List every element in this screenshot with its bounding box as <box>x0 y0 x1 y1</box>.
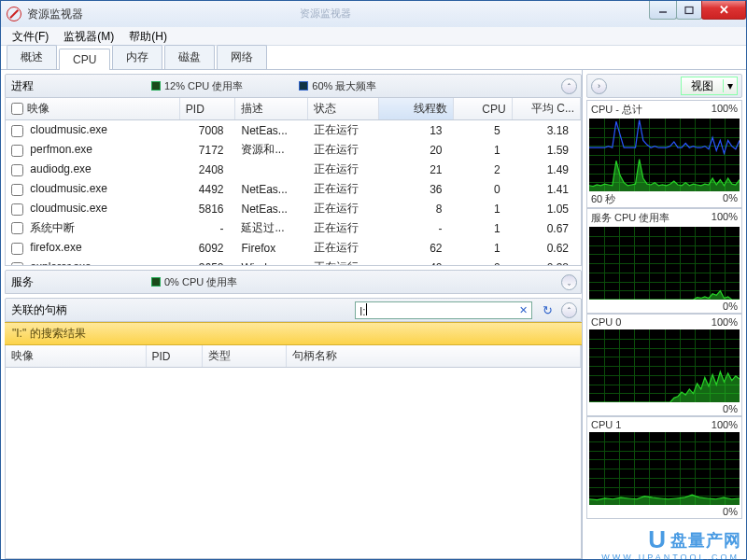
processes-header[interactable]: 进程 12% CPU 使用率 60% 最大频率 ˆ <box>5 74 582 98</box>
svg-marker-2 <box>589 291 740 300</box>
processes-title: 进程 <box>11 78 67 94</box>
hcol-image[interactable]: 映像 <box>6 345 146 368</box>
cpu-usage-label: 12% CPU 使用率 <box>164 79 243 93</box>
titlebar-ghost-text: 资源监视器 <box>300 7 351 21</box>
row-checkbox[interactable] <box>11 184 23 196</box>
processes-table[interactable]: 映像 PID 描述 状态 线程数 CPU 平均 C... cloudmusic.… <box>5 98 582 266</box>
svc-cpu-icon <box>151 277 161 287</box>
row-checkbox[interactable] <box>11 203 23 216</box>
tab-network[interactable]: 网络 <box>217 45 267 69</box>
clear-search-icon[interactable]: ✕ <box>515 304 531 316</box>
maximize-button[interactable] <box>676 1 702 20</box>
collapse-handles-button[interactable]: ˆ <box>561 302 577 318</box>
tab-cpu[interactable]: CPU <box>59 49 110 70</box>
refresh-search-icon[interactable]: ↻ <box>543 303 553 317</box>
app-window: 资源监视器 资源监视器 ✕ 文件(F) 监视器(M) 帮助(H) 概述 CPU … <box>0 0 747 560</box>
col-pid[interactable]: PID <box>179 98 235 120</box>
collapse-services-button[interactable]: ˆ <box>561 274 577 290</box>
chart-1: 服务 CPU 使用率100% 0% <box>586 208 742 314</box>
table-row[interactable]: audiodg.exe 2408正在运行 2121.49 <box>6 160 581 179</box>
search-results-banner: "I:" 的搜索结果 <box>5 322 582 345</box>
chevron-down-icon: ▾ <box>723 79 737 92</box>
chart-0: CPU - 总计100% 60 秒0% <box>586 100 742 208</box>
table-row[interactable]: explorer.exe 3652Windo...正在运行 4000.38 <box>6 258 581 266</box>
max-freq-label: 60% 最大频率 <box>312 79 376 93</box>
menu-help[interactable]: 帮助(H) <box>121 27 175 45</box>
svg-marker-4 <box>589 495 740 505</box>
view-dropdown[interactable]: 视图 ▾ <box>681 77 738 95</box>
col-image[interactable]: 映像 <box>27 102 49 115</box>
col-avg[interactable]: 平均 C... <box>512 98 580 120</box>
minimize-button[interactable] <box>649 1 677 20</box>
svc-cpu-label: 0% CPU 使用率 <box>164 275 237 289</box>
handles-header[interactable]: 关联的句柄 I: ✕ ↻ ˆ <box>5 298 582 322</box>
svg-marker-1 <box>589 160 740 191</box>
table-row[interactable]: 系统中断 -延迟过...正在运行 -10.67 <box>6 218 581 238</box>
row-checkbox[interactable] <box>11 164 23 176</box>
collapse-processes-button[interactable]: ˆ <box>561 78 577 94</box>
row-checkbox[interactable] <box>11 262 23 266</box>
chart-3: CPU 1100% 0% <box>586 416 742 519</box>
tab-disk[interactable]: 磁盘 <box>164 45 215 69</box>
row-checkbox[interactable] <box>11 145 23 157</box>
table-row[interactable]: perfmon.exe 7172资源和...正在运行 2011.59 <box>6 140 581 160</box>
tab-bar: 概述 CPU 内存 磁盘 网络 <box>1 46 746 70</box>
charts-toolbar: › 视图 ▾ <box>586 74 742 98</box>
table-row[interactable]: cloudmusic.exe 7008NetEas...正在运行 1353.18 <box>6 120 581 141</box>
hcol-name[interactable]: 句柄名称 <box>286 345 581 368</box>
services-title: 服务 <box>11 274 67 290</box>
max-freq-icon <box>299 81 308 91</box>
hcol-type[interactable]: 类型 <box>202 345 286 368</box>
col-desc[interactable]: 描述 <box>235 98 307 120</box>
row-checkbox[interactable] <box>11 125 23 137</box>
charts-nav-button[interactable]: › <box>591 78 607 94</box>
row-checkbox[interactable] <box>11 222 23 234</box>
view-label: 视图 <box>682 78 723 94</box>
tab-overview[interactable]: 概述 <box>7 45 57 69</box>
services-header[interactable]: 服务 0% CPU 使用率 ˆ <box>5 270 582 294</box>
table-row[interactable]: cloudmusic.exe 5816NetEas...正在运行 811.05 <box>6 199 581 218</box>
window-title: 资源监视器 <box>27 7 83 22</box>
menu-monitor[interactable]: 监视器(M) <box>56 27 121 45</box>
cpu-usage-icon <box>151 81 161 91</box>
select-all-checkbox[interactable] <box>11 103 23 115</box>
menu-file[interactable]: 文件(F) <box>5 27 56 45</box>
hcol-pid[interactable]: PID <box>146 345 202 368</box>
tab-memory[interactable]: 内存 <box>112 45 162 69</box>
handles-table[interactable]: 映像 PID 类型 句柄名称 <box>5 345 582 559</box>
menubar: 文件(F) 监视器(M) 帮助(H) <box>1 27 746 46</box>
table-row[interactable]: firefox.exe 6092Firefox正在运行 6210.62 <box>6 238 581 258</box>
col-status[interactable]: 状态 <box>307 98 378 120</box>
col-threads[interactable]: 线程数 <box>378 98 454 120</box>
table-row[interactable]: cloudmusic.exe 4492NetEas...正在运行 3601.41 <box>6 179 581 199</box>
titlebar[interactable]: 资源监视器 资源监视器 ✕ <box>1 1 746 27</box>
row-checkbox[interactable] <box>11 243 23 255</box>
svg-rect-0 <box>685 7 693 13</box>
chart-2: CPU 0100% 0% <box>586 314 742 416</box>
handles-title: 关联的句柄 <box>11 302 67 318</box>
col-cpu[interactable]: CPU <box>454 98 512 120</box>
close-button[interactable]: ✕ <box>701 1 746 20</box>
app-icon <box>7 7 21 21</box>
svg-marker-3 <box>589 371 740 402</box>
handles-search-input[interactable]: I: ✕ <box>355 301 532 319</box>
